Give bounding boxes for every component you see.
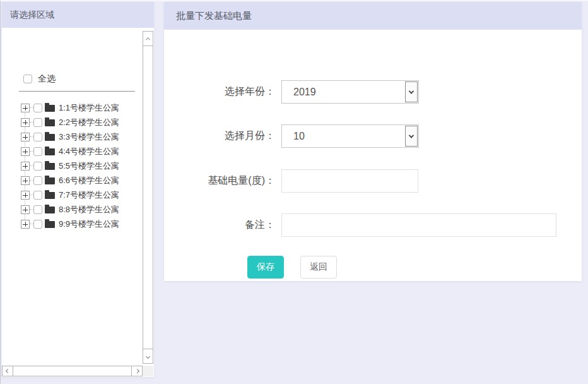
folder-icon [45, 207, 55, 213]
tree-item-checkbox[interactable] [33, 133, 42, 141]
tree-item-label[interactable]: 7:7号楼学生公寓 [59, 189, 119, 201]
tree-item-checkbox[interactable] [33, 191, 42, 200]
folder-icon [45, 163, 55, 170]
expand-plus-icon[interactable] [21, 162, 30, 171]
tree-item-checkbox[interactable] [33, 147, 42, 156]
tree-item[interactable]: 7:7号楼学生公寓 [2, 188, 154, 202]
right-panel-header: 批量下发基础电量 [164, 2, 582, 30]
tree-divider [19, 91, 135, 92]
tree-item[interactable]: 5:5号楼学生公寓 [2, 159, 154, 173]
left-panel-title: 请选择区域 [10, 9, 54, 21]
folder-icon [45, 134, 55, 141]
back-button[interactable]: 返回 [300, 256, 337, 279]
tree-item-label[interactable]: 9:9号楼学生公寓 [59, 219, 119, 230]
remark-input[interactable] [281, 213, 556, 237]
scroll-left-button[interactable] [2, 366, 13, 376]
form-buttons: 保存 返回 [164, 255, 337, 279]
tree-item-checkbox[interactable] [33, 118, 42, 127]
area-select-panel: 请选择区域 全选 1:1号楼学生公寓 2:2号楼学生公寓 3:3号楼学生公寓 [2, 2, 154, 377]
tree-rows: 1:1号楼学生公寓 2:2号楼学生公寓 3:3号楼学生公寓 4:4号楼学生公寓 [2, 100, 154, 231]
tree-item-checkbox[interactable] [33, 220, 42, 229]
left-panel-header: 请选择区域 [2, 2, 154, 28]
base-power-row: 基础电量(度)： [164, 169, 582, 193]
folder-icon [45, 119, 55, 126]
tree-item[interactable]: 9:9号楼学生公寓 [2, 217, 154, 231]
save-button[interactable]: 保存 [247, 256, 284, 279]
select-all-checkbox[interactable] [23, 75, 32, 83]
tree-item-label[interactable]: 2:2号楼学生公寓 [59, 117, 119, 128]
folder-icon [45, 221, 55, 228]
tree-item-checkbox[interactable] [33, 176, 42, 185]
chevron-right-icon [134, 369, 139, 373]
tree-item-label[interactable]: 4:4号楼学生公寓 [59, 146, 119, 157]
batch-issue-panel: 批量下发基础电量 选择年份： 2019 选择月份： 10 基础电量(度)： 备注… [164, 2, 582, 281]
base-power-label: 基础电量(度)： [164, 174, 275, 188]
chevron-down-icon [409, 133, 414, 138]
year-row: 选择年份： 2019 [164, 80, 582, 104]
tree-item[interactable]: 1:1号楼学生公寓 [2, 100, 154, 115]
folder-icon [45, 192, 55, 199]
month-select-value: 10 [282, 131, 305, 142]
chevron-left-icon [5, 369, 9, 373]
tree-item-label[interactable]: 6:6号楼学生公寓 [59, 175, 119, 186]
tree-item[interactable]: 8:8号楼学生公寓 [2, 202, 154, 217]
remark-label: 备注： [164, 219, 275, 232]
tree-item-label[interactable]: 8:8号楼学生公寓 [59, 204, 119, 215]
scroll-right-button[interactable] [131, 366, 143, 376]
month-row: 选择月份： 10 [164, 124, 582, 148]
expand-plus-icon[interactable] [21, 147, 30, 156]
vertical-scrollbar[interactable] [143, 31, 153, 364]
select-all-label: 全选 [38, 73, 56, 85]
scroll-up-button[interactable] [143, 31, 153, 46]
horizontal-scrollbar[interactable] [2, 366, 143, 376]
month-select[interactable]: 10 [281, 124, 419, 148]
area-tree: 全选 1:1号楼学生公寓 2:2号楼学生公寓 3:3号楼学生公寓 [2, 28, 154, 377]
month-label: 选择月份： [164, 129, 275, 143]
folder-icon [45, 148, 55, 155]
tree-item[interactable]: 4:4号楼学生公寓 [2, 144, 154, 159]
year-select-arrow-button[interactable] [405, 81, 418, 102]
right-panel-title: 批量下发基础电量 [176, 10, 252, 22]
expand-plus-icon[interactable] [21, 104, 30, 112]
tree-item-checkbox[interactable] [33, 104, 42, 112]
year-label: 选择年份： [164, 85, 275, 99]
tree-item[interactable]: 6:6号楼学生公寓 [2, 173, 154, 188]
expand-plus-icon[interactable] [21, 205, 30, 214]
year-select-value: 2019 [282, 87, 316, 98]
tree-item[interactable]: 2:2号楼学生公寓 [2, 115, 154, 129]
tree-item-label[interactable]: 5:5号楼学生公寓 [59, 160, 119, 172]
expand-plus-icon[interactable] [21, 176, 30, 185]
tree-item-checkbox[interactable] [33, 162, 42, 171]
chevron-up-icon [146, 37, 150, 42]
expand-plus-icon[interactable] [21, 191, 30, 200]
folder-icon [45, 177, 55, 184]
expand-plus-icon[interactable] [21, 133, 30, 141]
select-all-row[interactable]: 全选 [23, 73, 56, 85]
chevron-down-icon [146, 354, 150, 358]
expand-plus-icon[interactable] [21, 118, 30, 127]
batch-issue-form: 选择年份： 2019 选择月份： 10 基础电量(度)： 备注： 保存 返回 [164, 30, 582, 281]
expand-plus-icon[interactable] [21, 220, 30, 229]
tree-item-label[interactable]: 1:1号楼学生公寓 [59, 102, 119, 114]
chevron-down-icon [409, 88, 414, 93]
tree-item[interactable]: 3:3号楼学生公寓 [2, 129, 154, 144]
year-select[interactable]: 2019 [281, 80, 419, 104]
folder-icon [45, 105, 55, 112]
tree-item-checkbox[interactable] [33, 205, 42, 214]
base-power-input[interactable] [281, 169, 418, 193]
tree-item-label[interactable]: 3:3号楼学生公寓 [59, 131, 119, 143]
remark-row: 备注： [164, 213, 582, 237]
scrollbar-corner [143, 366, 153, 376]
month-select-arrow-button[interactable] [405, 126, 418, 147]
scroll-down-button[interactable] [143, 349, 153, 364]
